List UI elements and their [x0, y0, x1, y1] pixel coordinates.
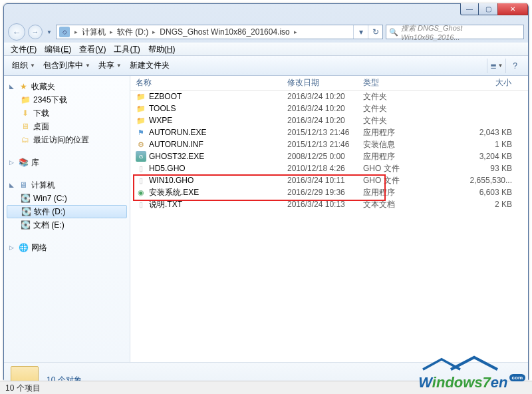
sidebar-item[interactable]: 📁2345下载 [4, 93, 130, 106]
maximize-button[interactable]: ▢ [479, 3, 497, 15]
favorites-icon: ★ [18, 81, 29, 92]
file-name: 说明.TXT [149, 199, 182, 210]
back-button[interactable]: ← [8, 23, 25, 41]
file-date: 2016/2/29 19:36 [282, 188, 358, 197]
file-type: 文本文档 [358, 199, 416, 210]
sidebar-item[interactable]: 🗂最近访问的位置 [4, 133, 130, 146]
include-in-library-button[interactable]: 包含到库中▼ [39, 56, 94, 75]
file-name: TOOLS [149, 104, 176, 113]
item-icon: 📁 [20, 95, 31, 105]
drive-icon: 💽 [20, 220, 31, 230]
collapse-icon[interactable]: ◣ [8, 182, 15, 189]
menu-v[interactable]: 查看(V) [75, 44, 110, 55]
file-date: 2016/3/24 10:20 [282, 92, 358, 101]
expand-icon[interactable]: ▷ [8, 159, 15, 166]
dropdown-icon[interactable]: ▾ [353, 25, 368, 39]
organize-button[interactable]: 组织▼ [8, 56, 39, 75]
share-button[interactable]: 共享▼ [94, 56, 126, 75]
file-row[interactable]: ◉安装系统.EXE2016/2/29 19:36应用程序6,603 KB [130, 186, 528, 198]
file-type: 应用程序 [358, 187, 416, 198]
breadcrumb-segment[interactable]: 计算机 [80, 25, 108, 39]
tree-label: 软件 (D:) [34, 206, 65, 218]
file-size: 93 KB [416, 164, 528, 173]
search-input[interactable]: 🔍 搜索 DNGS_Ghost Win10x86_2016... [386, 25, 524, 39]
file-size: 6,603 KB [416, 188, 528, 197]
file-name: WIN10.GHO [149, 176, 194, 185]
nav-row: ← → ▼ ◇ ▸ 计算机 ▸ 软件 (D:) ▸ DNGS_Ghost Win… [4, 21, 528, 43]
chevron-right-icon[interactable]: ▸ [72, 29, 80, 35]
sidebar-drive[interactable]: 💽Win7 (C:) [4, 192, 130, 205]
menu-h[interactable]: 帮助(H) [144, 44, 180, 55]
menu-t[interactable]: 工具(T) [110, 44, 144, 55]
column-type[interactable]: 类型 [358, 77, 416, 89]
file-type: GHO 文件 [358, 175, 416, 186]
breadcrumb-segment[interactable]: DNGS_Ghost Win10x86_201604.iso [158, 25, 291, 39]
help-button[interactable]: ? [505, 59, 524, 73]
file-date: 2010/12/18 4:26 [282, 164, 358, 173]
file-type: 安装信息 [358, 139, 416, 150]
file-row[interactable]: ⚙AUTORUN.INF2015/12/13 21:46安装信息1 KB [130, 138, 528, 150]
column-date[interactable]: 修改日期 [282, 77, 358, 89]
view-mode-button[interactable]: ≣▼ [487, 59, 505, 73]
refresh-button[interactable]: ↻ [368, 25, 382, 39]
column-size[interactable]: 大小 [416, 77, 528, 89]
sidebar-item[interactable]: 🖥桌面 [4, 120, 130, 133]
sidebar-drive[interactable]: 💽文档 (E:) [4, 218, 130, 232]
expand-icon[interactable]: ▷ [8, 244, 15, 252]
history-dropdown[interactable]: ▼ [45, 23, 53, 41]
file-row[interactable]: ▯WIN10.GHO2016/3/24 10:11GHO 文件2,655,530… [130, 174, 528, 186]
network-tree-root[interactable]: ▷ 🌐 网络 [4, 241, 130, 254]
address-bar[interactable]: ◇ ▸ 计算机 ▸ 软件 (D:) ▸ DNGS_Ghost Win10x86_… [56, 25, 383, 39]
file-row[interactable]: ▯HD5.GHO2010/12/18 4:26GHO 文件93 KB [130, 162, 528, 174]
sidebar-item[interactable]: ⬇下载 [4, 106, 130, 120]
file-row[interactable]: ⚑AUTORUN.EXE2015/12/13 21:46应用程序2,043 KB [130, 126, 528, 138]
collapse-icon[interactable]: ◣ [8, 83, 15, 91]
minimize-button[interactable]: — [460, 3, 479, 15]
chevron-right-icon[interactable]: ▸ [150, 29, 158, 35]
libraries-tree-root[interactable]: ▷ 📚 库 [4, 156, 130, 169]
file-date: 2016/3/24 10:13 [282, 200, 358, 209]
file-size: 1 KB [416, 140, 528, 149]
tree-label: 网络 [31, 242, 47, 254]
drive-icon: 💽 [21, 206, 31, 217]
file-icon: ◉ [136, 187, 146, 198]
favorites-tree-root[interactable]: ◣ ★ 收藏夹 [4, 80, 130, 93]
tree-label: 文档 (E:) [33, 220, 65, 231]
file-row[interactable]: 📁WXPE2016/3/24 10:20文件夹 [130, 114, 528, 126]
computer-tree-root[interactable]: ◣ 🖥 计算机 [4, 178, 130, 192]
file-date: 2016/3/24 10:11 [282, 176, 358, 185]
chevron-right-icon[interactable]: ▸ [292, 29, 299, 35]
menu-e[interactable]: 编辑(E) [41, 44, 75, 55]
status-bar: 10 个项目 [0, 381, 532, 394]
forward-button[interactable]: → [28, 25, 43, 39]
library-icon: 📚 [18, 157, 29, 168]
file-name: AUTORUN.INF [149, 140, 203, 149]
file-name: WXPE [149, 116, 172, 125]
file-icon: ▯ [136, 163, 146, 174]
search-placeholder: 搜索 DNGS_Ghost Win10x86_2016... [401, 23, 521, 41]
file-row[interactable]: GGHOST32.EXE2008/12/25 0:00应用程序3,204 KB [130, 150, 528, 162]
sidebar-drive[interactable]: 💽软件 (D:) [7, 205, 127, 218]
menubar: 文件(F)编辑(E)查看(V)工具(T)帮助(H) [4, 43, 528, 56]
new-folder-button[interactable]: 新建文件夹 [126, 56, 174, 75]
file-name: HD5.GHO [149, 164, 186, 173]
tree-label: 下载 [33, 108, 49, 119]
file-icon: 📁 [136, 103, 146, 114]
close-button[interactable]: ✕ [497, 3, 528, 15]
file-size: 2,655,530... [416, 176, 528, 185]
file-icon: ⚙ [136, 139, 146, 150]
status-text: 10 个项目 [5, 383, 41, 393]
explorer-window: — ▢ ✕ ← → ▼ ◇ ▸ 计算机 ▸ 软件 (D:) ▸ DNGS_Gho… [3, 3, 529, 380]
file-name: 安装系统.EXE [149, 187, 199, 198]
file-row[interactable]: 📁EZBOOT2016/3/24 10:20文件夹 [130, 91, 528, 102]
file-icon: 📁 [136, 91, 146, 102]
chevron-right-icon[interactable]: ▸ [108, 29, 115, 35]
column-name[interactable]: 名称 [130, 77, 282, 89]
file-size: 3,204 KB [416, 152, 528, 161]
breadcrumb-segment[interactable]: 软件 (D:) [115, 25, 150, 39]
menu-f[interactable]: 文件(F) [7, 44, 41, 55]
file-row[interactable]: 📁TOOLS2016/3/24 10:20文件夹 [130, 102, 528, 114]
file-type: 文件夹 [358, 115, 416, 126]
file-icon: ⚑ [136, 127, 146, 138]
file-row[interactable]: ▯说明.TXT2016/3/24 10:13文本文档2 KB [130, 198, 528, 210]
